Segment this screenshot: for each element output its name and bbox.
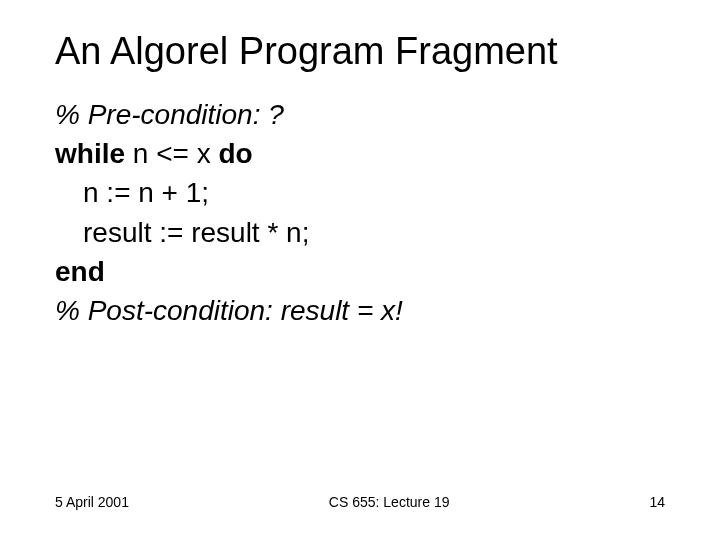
footer: 5 April 2001 CS 655: Lecture 19 14 <box>0 494 720 510</box>
do-keyword: do <box>218 138 252 169</box>
footer-date: 5 April 2001 <box>55 494 129 510</box>
footer-course: CS 655: Lecture 19 <box>129 494 649 510</box>
footer-page: 14 <box>649 494 665 510</box>
while-line: while n <= x do <box>55 134 665 173</box>
slide-body: % Pre-condition: ? while n <= x do n := … <box>55 95 665 330</box>
post-condition: % Post-condition: result = x! <box>55 291 665 330</box>
slide: An Algorel Program Fragment % Pre-condit… <box>0 0 720 540</box>
slide-title: An Algorel Program Fragment <box>55 30 665 73</box>
pre-condition: % Pre-condition: ? <box>55 95 665 134</box>
while-condition: n <= x <box>125 138 218 169</box>
while-keyword: while <box>55 138 125 169</box>
statement-2: result := result * n; <box>55 213 665 252</box>
statement-1: n := n + 1; <box>55 173 665 212</box>
end-keyword: end <box>55 252 665 291</box>
